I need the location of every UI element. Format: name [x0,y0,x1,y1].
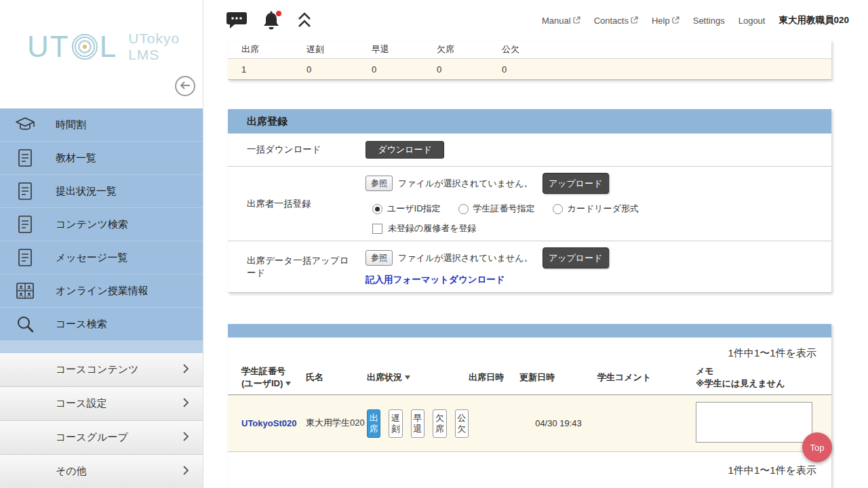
bulk-download-row: 一括ダウンロード ダウンロード [228,134,831,167]
download-button[interactable]: ダウンロード [366,141,444,159]
nav-manual[interactable]: Manual [542,16,580,26]
radio-card-reader[interactable]: カードリーダ形式 [553,203,639,215]
status-button-label: 遅刻 [391,413,400,434]
search-icon [15,314,35,333]
summary-value-excused: 0 [502,64,567,75]
logo-area: UTL UTokyo LMS [0,0,203,108]
header-name: 氏名 [306,371,367,384]
header-status-label: 出席状況 [367,372,402,382]
bulk-download-label: 一括ダウンロード [228,134,363,166]
summary-header-excused: 公欠 [502,43,567,56]
sidebar-item-online-class[interactable]: オンライン授業情報 [0,274,203,308]
chevron-right-icon [182,465,189,478]
nav-contacts[interactable]: Contacts [594,16,638,26]
radio-label: ユーザID指定 [387,203,441,215]
header-student-comment: 学生コメント [597,371,696,384]
header-memo-line2: ※学生には見えません [696,378,831,390]
nav-settings-label: Settings [693,16,725,26]
data-upload-row: 出席データ一括アップロード 参照 ファイルが選択されていません。 アップロード … [228,241,831,293]
sidebar-item-messages[interactable]: メッセージ一覧 [0,241,203,274]
sub-item-label: コース設定 [56,397,107,410]
nav-help[interactable]: Help [652,16,679,26]
browse-button[interactable]: 参照 [366,176,393,191]
sort-icon [285,382,291,386]
radio-label: 学生証番号指定 [473,203,535,215]
radio-user-id[interactable]: ユーザID指定 [372,203,441,215]
sidebar-item-course-group[interactable]: コースグループ [0,421,203,455]
sidebar-item-course-settings[interactable]: コース設定 [0,387,203,421]
checkbox-label: 未登録の履修者を登録 [388,222,477,235]
header-memo: メモ ※学生には見えません [696,365,831,389]
logo-text-ut: UT [27,30,70,64]
nav-help-label: Help [652,16,670,26]
scroll-to-top-button[interactable]: Top [802,432,832,462]
summary-header-absent: 欠席 [437,43,502,56]
browse-button[interactable]: 参照 [366,250,393,266]
sort-icon [405,375,410,380]
sidebar-item-label: コンテンツ検索 [56,218,128,231]
collapse-up-icon[interactable] [296,10,313,30]
status-button-present[interactable]: 出席 [367,409,380,438]
external-link-icon [672,16,679,26]
sub-item-label: コースグループ [56,431,128,444]
topbar: Manual Contacts Help Settings Logout 東大用… [204,0,868,41]
sidebar-item-label: 時間割 [56,119,86,131]
student-attendance-section: 1件中1〜1件を表示 学生証番号 (ユーザID) 氏名 出席状況 出席日時 更新… [228,324,831,488]
sidebar-item-label: メッセージ一覧 [56,251,127,264]
status-button-label: 出席 [370,413,378,434]
header-updated-time: 更新日時 [519,371,597,384]
sidebar-item-timetable[interactable]: 時間割 [0,108,203,142]
summary-value-late: 0 [307,64,372,75]
nav-contacts-label: Contacts [594,16,629,26]
upload-button[interactable]: アップロード [542,173,609,194]
status-button-late[interactable]: 遅刻 [389,409,402,438]
radio-student-id[interactable]: 学生証番号指定 [458,203,535,215]
format-download-link[interactable]: 記入用フォーマットダウンロード [366,274,505,286]
status-button-excused[interactable]: 公欠 [455,409,469,438]
sub-item-label: コースコンテンツ [56,363,138,376]
header-status[interactable]: 出席状況 [367,371,469,384]
summary-header-late: 遅刻 [307,43,372,56]
sidebar: UTL UTokyo LMS 時間割 教材一覧 提出状況一覧 [0,0,203,488]
sidebar-item-content-search[interactable]: コンテンツ検索 [0,208,203,241]
logo-subtitle-line1: UTokyo [128,30,180,47]
sidebar-item-materials[interactable]: 教材一覧 [0,142,203,175]
logo-o-icon [72,34,98,60]
summary-header-row: 出席 遅刻 早退 欠席 公欠 [228,41,831,58]
sidebar-item-course-search[interactable]: コース検索 [0,308,203,341]
status-button-group: 出席 遅刻 早退 欠席 公欠 [367,409,469,438]
summary-value-row: 1 0 0 0 0 [228,58,831,80]
radio-label: カードリーダ形式 [568,203,639,215]
logged-in-user[interactable]: 東大用教職員020 [778,14,849,26]
notification-bell-icon[interactable] [261,9,283,31]
sidebar-item-others[interactable]: その他 [0,455,203,488]
content-search-icon [15,215,35,234]
external-link-icon [573,16,580,26]
nav-logout-label: Logout [738,16,766,26]
sidebar-collapse-button[interactable] [175,76,195,96]
register-unregistered-checkbox[interactable]: 未登録の履修者を登録 [366,222,818,235]
chat-icon[interactable] [226,11,248,30]
file-status-text: ファイルが選択されていません。 [398,252,533,264]
data-upload-label: 出席データ一括アップロード [228,241,363,292]
student-id-link[interactable]: UTokyoSt020 [241,418,296,428]
result-count-bottom: 1件中1〜1件を表示 [228,452,831,488]
logo-subtitle: UTokyo LMS [128,30,180,63]
summary-header-present: 出席 [241,43,307,56]
memo-textarea[interactable] [696,402,812,443]
sub-item-label: その他 [56,465,87,478]
logo-subtitle-line2: LMS [128,47,180,63]
upload-button[interactable]: アップロード [542,247,609,268]
attendance-summary-table: 出席 遅刻 早退 欠席 公欠 1 0 0 0 0 [228,41,831,80]
nav-settings[interactable]: Settings [693,16,725,26]
status-button-absent[interactable]: 欠席 [433,409,446,438]
sidebar-item-submissions[interactable]: 提出状況一覧 [0,175,203,208]
chevron-right-icon [182,431,189,444]
header-student-id[interactable]: 学生証番号 (ユーザID) [241,365,306,389]
utol-logo: UTL [27,30,117,64]
sidebar-item-label: オンライン授業情報 [56,285,149,298]
nav-logout[interactable]: Logout [738,16,766,26]
status-button-early-leave[interactable]: 早退 [411,409,425,438]
people-grid-icon [15,281,35,300]
sidebar-item-course-contents[interactable]: コースコンテンツ [0,353,203,387]
